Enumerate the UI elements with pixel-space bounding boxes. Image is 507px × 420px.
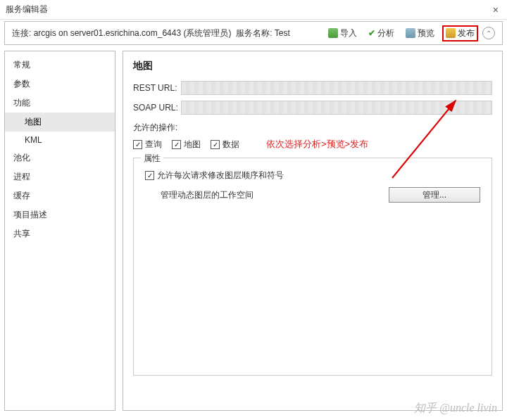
sidebar-item-capabilities[interactable]: 功能 [5, 94, 115, 113]
manage-button[interactable]: 管理... [389, 187, 480, 203]
check-icon: ✔ [368, 28, 375, 38]
sidebar: 常规 参数 功能 地图 KML 池化 进程 缓存 项目描述 共享 [4, 51, 115, 411]
publish-icon [446, 28, 456, 38]
rest-url-label: REST URL: [133, 83, 181, 93]
soap-url-row: SOAP URL: [133, 101, 492, 115]
checkbox-icon: ✓ [172, 140, 181, 149]
service-name-value: Test [275, 28, 290, 38]
analyze-button[interactable]: ✔分析 [365, 26, 398, 41]
rest-url-field[interactable] [181, 81, 492, 95]
title-bar: 服务编辑器 × [0, 0, 507, 20]
checkbox-icon: ✓ [211, 140, 220, 149]
checkbox-icon: ✓ [133, 140, 142, 149]
sidebar-item-parameters[interactable]: 参数 [5, 75, 115, 94]
checkbox-icon: ✓ [145, 171, 154, 180]
sidebar-item-description[interactable]: 项目描述 [5, 205, 115, 224]
check-query-label: 查询 [145, 139, 162, 151]
content-heading: 地图 [133, 60, 492, 72]
connection-info: 连接: arcgis on server01.esrichina.com_644… [12, 27, 320, 39]
soap-url-label: SOAP URL: [133, 103, 181, 113]
sidebar-item-caching[interactable]: 缓存 [5, 186, 115, 205]
properties-fieldset: 属性 ✓允许每次请求修改图层顺序和符号 管理动态图层的工作空间 管理... [133, 158, 492, 376]
publish-label: 发布 [458, 27, 475, 39]
import-icon [328, 28, 338, 38]
analyze-label: 分析 [377, 27, 394, 39]
connection-prefix: 连接: [12, 28, 34, 38]
allowed-ops-label: 允许的操作: [133, 122, 492, 134]
sidebar-item-pooling[interactable]: 池化 [5, 148, 115, 167]
manage-workspace-label: 管理动态图层的工作空间 [161, 189, 254, 201]
sidebar-item-kml[interactable]: KML [5, 132, 115, 148]
allow-reorder-label: 允许每次请求修改图层顺序和符号 [157, 170, 284, 182]
check-query[interactable]: ✓查询 [133, 139, 162, 151]
sidebar-item-processes[interactable]: 进程 [5, 167, 115, 186]
allowed-ops-checks: ✓查询 ✓地图 ✓数据 依次选择分析>预览>发布 [133, 138, 492, 151]
sidebar-item-map[interactable]: 地图 [5, 113, 115, 132]
check-data[interactable]: ✓数据 [211, 139, 239, 151]
preview-button[interactable]: 预览 [402, 26, 438, 41]
collapse-button[interactable]: ⌃ [482, 27, 495, 39]
allow-reorder-row: ✓允许每次请求修改图层顺序和符号 [145, 170, 480, 182]
check-data-label: 数据 [223, 139, 239, 151]
watermark: 知乎 @uncle livin [414, 401, 497, 416]
check-map-label: 地图 [184, 139, 201, 151]
import-label: 导入 [340, 27, 357, 39]
check-map[interactable]: ✓地图 [172, 139, 201, 151]
sidebar-item-sharing[interactable]: 共享 [5, 224, 115, 243]
soap-url-field[interactable] [181, 101, 492, 115]
sidebar-item-general[interactable]: 常规 [5, 56, 115, 75]
body-container: 常规 参数 功能 地图 KML 池化 进程 缓存 项目描述 共享 地图 REST… [4, 51, 503, 411]
publish-button[interactable]: 发布 [442, 25, 478, 42]
content-panel: 地图 REST URL: SOAP URL: 允许的操作: ✓查询 ✓地图 ✓数… [123, 51, 503, 411]
preview-icon [406, 28, 415, 38]
preview-label: 预览 [418, 27, 434, 39]
import-button[interactable]: 导入 [325, 26, 361, 41]
rest-url-row: REST URL: [133, 81, 492, 95]
manage-workspace-row: 管理动态图层的工作空间 管理... [145, 187, 480, 203]
close-icon[interactable]: × [490, 4, 501, 15]
annotation-text: 依次选择分析>预览>发布 [266, 138, 368, 151]
fieldset-legend: 属性 [141, 153, 163, 165]
toolbar: 连接: arcgis on server01.esrichina.com_644… [4, 21, 503, 45]
connection-value: arcgis on server01.esrichina.com_6443 (系… [34, 28, 232, 38]
check-allow-reorder[interactable]: ✓允许每次请求修改图层顺序和符号 [145, 170, 284, 182]
service-name-prefix: 服务名称: [236, 28, 275, 38]
window-title: 服务编辑器 [6, 4, 490, 15]
